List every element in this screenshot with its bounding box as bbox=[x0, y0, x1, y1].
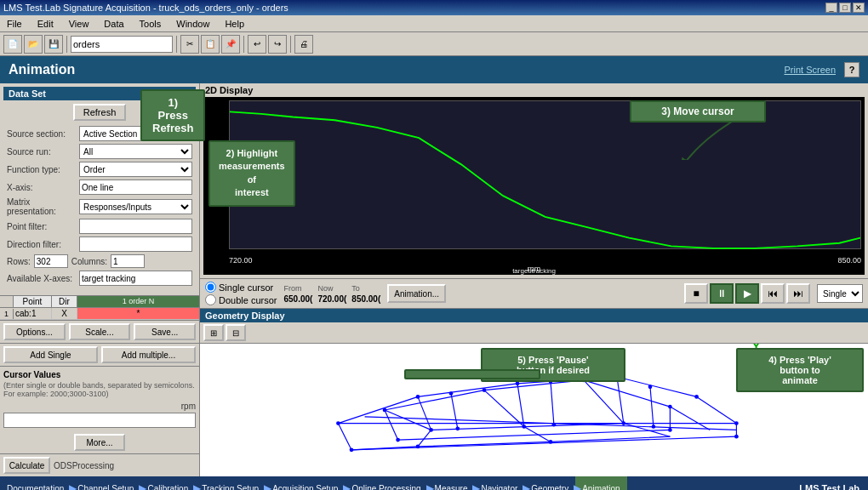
from-value: 650.00( bbox=[283, 294, 312, 304]
x-axis-row: X-axis: One line bbox=[7, 179, 192, 195]
toolbar-undo[interactable]: ↩ bbox=[248, 35, 266, 54]
direction-filter-row: Direction filter: bbox=[7, 236, 192, 252]
toolbar-input[interactable]: orders bbox=[71, 36, 173, 53]
cursor-input[interactable] bbox=[3, 413, 196, 428]
single-dropdown[interactable]: Single bbox=[817, 284, 863, 303]
table-row[interactable]: 1 cab:1 X * bbox=[0, 308, 199, 320]
x-label-start: 720.00 bbox=[229, 256, 253, 265]
toolbar-open[interactable]: 📂 bbox=[24, 35, 43, 54]
function-type-select[interactable]: Order bbox=[79, 162, 192, 177]
header-right: Print Screen ? bbox=[784, 62, 859, 77]
geometry-canvas: X Y Z 5) Press 'Pause'button if desired … bbox=[200, 344, 868, 476]
geo-btn-1[interactable]: ⊞ bbox=[203, 324, 224, 341]
cursor-fields: From 650.00( Now 720.00( To 850.00( bbox=[283, 284, 380, 304]
svg-line-28 bbox=[418, 442, 551, 446]
nav-item-online-processing[interactable]: Online Processing bbox=[345, 476, 427, 490]
menu-edit[interactable]: Edit bbox=[34, 17, 57, 31]
source-run-select[interactable]: All bbox=[79, 144, 192, 159]
toolbar-save[interactable]: 💾 bbox=[44, 35, 63, 54]
next-button[interactable]: ⏭ bbox=[786, 283, 810, 304]
pause-button[interactable]: ⏸ bbox=[710, 283, 734, 304]
nav-item-animation[interactable]: Animation bbox=[575, 476, 626, 490]
to-field: To 850.00( bbox=[351, 284, 380, 304]
menu-help[interactable]: Help bbox=[221, 17, 248, 31]
matrix-label: Matrix presentation: bbox=[7, 197, 79, 216]
nav-item-acquisition-setup[interactable]: Acquisition Setup bbox=[266, 476, 345, 490]
stop-button[interactable]: ■ bbox=[684, 283, 708, 304]
col-dir: Dir bbox=[52, 296, 77, 307]
function-type-row: Function type: Order bbox=[7, 162, 192, 177]
menu-view[interactable]: View bbox=[66, 17, 93, 31]
source-section-label: Source section: bbox=[7, 129, 79, 139]
svg-line-26 bbox=[650, 387, 654, 427]
nav-item-geometry[interactable]: Geometry bbox=[524, 476, 575, 490]
nav-item-navigator[interactable]: Navigator bbox=[474, 476, 524, 490]
window-controls[interactable]: _ □ ✕ bbox=[825, 3, 865, 13]
toolbar-new[interactable]: 📄 bbox=[3, 35, 22, 54]
double-cursor-radio[interactable] bbox=[205, 294, 216, 305]
play-button[interactable]: ▶ bbox=[735, 283, 759, 304]
nav-item-channel-setup[interactable]: Channel Setup bbox=[71, 476, 140, 490]
cell-point: cab:1 bbox=[14, 308, 52, 319]
from-label: From bbox=[283, 284, 312, 293]
print-screen-link[interactable]: Print Screen bbox=[784, 65, 836, 75]
nav-item-measure[interactable]: Measure bbox=[428, 476, 475, 490]
direction-filter-input[interactable] bbox=[79, 236, 192, 252]
available-xaxes-input[interactable]: target tracking bbox=[79, 271, 192, 286]
cols-input[interactable]: 1 bbox=[111, 254, 145, 268]
calculate-button[interactable]: Calculate bbox=[3, 457, 50, 474]
help-button[interactable]: ? bbox=[844, 62, 859, 77]
toolbar-paste[interactable]: 📌 bbox=[221, 35, 240, 54]
matrix-select[interactable]: Responses/Inputs bbox=[79, 199, 192, 214]
add-single-button[interactable]: Add Single bbox=[3, 346, 98, 363]
function-type-label: Function type: bbox=[7, 165, 79, 174]
nav-item-documentation[interactable]: Documentation bbox=[0, 476, 71, 490]
toolbar-sep2 bbox=[176, 36, 177, 53]
page-title: Animation bbox=[9, 62, 75, 77]
cell-dir: X bbox=[52, 308, 77, 319]
options-button[interactable]: Options... bbox=[3, 323, 66, 340]
x-axis-input[interactable]: One line bbox=[79, 179, 192, 195]
more-button[interactable]: More... bbox=[74, 434, 125, 451]
annotation-step2: 2) Highlightmeasurements ofinterest bbox=[208, 140, 295, 207]
menu-data[interactable]: Data bbox=[100, 17, 127, 31]
svg-point-54 bbox=[652, 424, 656, 429]
minimize-btn[interactable]: _ bbox=[825, 3, 837, 13]
col-scroll bbox=[0, 296, 14, 307]
toolbar-sep1 bbox=[66, 36, 67, 53]
annotation-step4: 4) Press 'Play'button toanimate bbox=[736, 348, 864, 392]
refresh-button[interactable]: Refresh bbox=[73, 104, 127, 121]
toolbar-print[interactable]: 🖨 bbox=[294, 35, 313, 54]
nav-item-calibration[interactable]: Calibration bbox=[140, 476, 195, 490]
cols-label: Columns: bbox=[71, 257, 107, 266]
menu-bar: File Edit View Data Tools Window Help bbox=[0, 15, 868, 32]
menu-window[interactable]: Window bbox=[173, 17, 213, 31]
toolbar-redo[interactable]: ↪ bbox=[268, 35, 287, 54]
prev-button[interactable]: ⏮ bbox=[761, 283, 785, 304]
cell-val[interactable]: * bbox=[77, 308, 199, 319]
add-multiple-button[interactable]: Add multiple... bbox=[101, 346, 196, 363]
menu-file[interactable]: File bbox=[3, 17, 26, 31]
save-button[interactable]: Save... bbox=[134, 323, 196, 340]
geo-btn-2[interactable]: ⊟ bbox=[226, 324, 246, 341]
rows-input[interactable]: 302 bbox=[34, 254, 68, 268]
menu-tools[interactable]: Tools bbox=[136, 17, 165, 31]
header-banner: Animation Print Screen ? bbox=[0, 56, 868, 83]
single-cursor-label: Single cursor bbox=[219, 282, 273, 293]
close-btn[interactable]: ✕ bbox=[853, 3, 865, 13]
data-table-body[interactable]: 1 cab:1 X * 2 cab:1 Y * 3 cab:1 Z * bbox=[0, 308, 199, 320]
toolbar-copy[interactable]: 📋 bbox=[201, 35, 220, 54]
display-2d: 2D Display Dif (RMS) 0.62 720.00 850.00 … bbox=[200, 83, 868, 279]
single-cursor-radio[interactable] bbox=[205, 282, 216, 293]
point-filter-input[interactable] bbox=[79, 219, 192, 234]
direction-filter-label: Direction filter: bbox=[7, 240, 79, 249]
svg-line-30 bbox=[418, 430, 431, 447]
nav-item-tracking-setup[interactable]: Tracking Setup bbox=[195, 476, 266, 490]
animation-button[interactable]: Animation... bbox=[387, 284, 446, 303]
scale-button[interactable]: Scale... bbox=[69, 323, 131, 340]
svg-point-43 bbox=[383, 408, 387, 413]
restore-btn[interactable]: □ bbox=[839, 3, 851, 13]
display-2d-title: 2D Display bbox=[200, 83, 868, 97]
toolbar-cut[interactable]: ✂ bbox=[180, 35, 199, 54]
svg-line-13 bbox=[385, 390, 484, 410]
